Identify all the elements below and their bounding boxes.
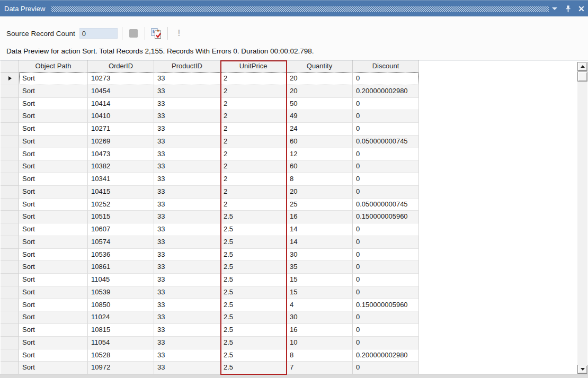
cell[interactable]: 15 [287,274,353,286]
cell[interactable]: 0 [353,249,419,262]
table-row[interactable]: Sort10850332.540.150000005960 [1,299,419,312]
cell[interactable]: 10972 [88,362,154,374]
cell[interactable]: 0 [353,186,419,199]
row-selector[interactable] [1,223,19,236]
scrollbar-thumb[interactable] [577,71,587,82]
column-header-object-path[interactable]: Object Path [19,60,88,73]
table-row[interactable]: Sort10271332240 [1,123,419,136]
table-row[interactable]: Sort10473332120 [1,148,419,161]
cell[interactable]: Sort [19,311,88,324]
pin-icon[interactable] [564,5,572,13]
table-row[interactable]: Sort10252332250.050000000745 [1,199,419,211]
cell[interactable]: 2.5 [220,311,287,324]
cell[interactable]: 10273 [88,73,154,85]
cell[interactable]: Sort [19,299,88,312]
cell[interactable]: 10382 [88,160,154,173]
cell[interactable]: 0 [353,160,419,173]
cell[interactable]: 2 [220,123,287,136]
cell[interactable]: 33 [154,98,220,111]
cell[interactable]: Sort [19,362,88,374]
cell[interactable]: 20 [287,73,353,85]
cell[interactable]: Sort [19,261,88,274]
cell[interactable]: Sort [19,349,88,362]
cell[interactable]: 33 [154,199,220,211]
cell[interactable]: Sort [19,110,88,123]
cell[interactable]: Sort [19,324,88,337]
row-selector[interactable] [1,160,19,173]
cell[interactable]: Sort [19,148,88,161]
cell[interactable]: Sort [19,186,88,199]
cell[interactable]: 35 [287,261,353,274]
row-selector[interactable] [1,324,19,337]
row-selector[interactable] [1,73,19,85]
cell[interactable]: 0 [353,261,419,274]
cell[interactable]: 11045 [88,274,154,286]
cell[interactable]: 33 [154,299,220,312]
cell[interactable]: Sort [19,136,88,148]
row-selector[interactable] [1,274,19,286]
errors-button[interactable]: ! [172,26,186,40]
cell[interactable]: 33 [154,173,220,186]
scroll-down-button[interactable] [577,365,587,374]
table-row[interactable]: Sort10415332200 [1,186,419,199]
table-row[interactable]: Sort10414332500 [1,98,419,111]
cell[interactable]: 10528 [88,349,154,362]
cell[interactable]: 33 [154,274,220,286]
cell[interactable]: 0.050000000745 [353,136,419,148]
cell[interactable]: Sort [19,286,88,299]
row-selector[interactable] [1,311,19,324]
table-row[interactable]: Sort10815332.5160 [1,324,419,337]
cell[interactable]: 0 [353,311,419,324]
close-icon[interactable] [577,5,585,13]
cell[interactable]: 0 [353,337,419,349]
cell[interactable]: 15 [287,286,353,299]
column-header-quantity[interactable]: Quantity [287,60,353,73]
row-selector[interactable] [1,148,19,161]
cell[interactable]: 2.5 [220,362,287,374]
column-header-productid[interactable]: ProductID [154,60,220,73]
cell[interactable]: 2.5 [220,274,287,286]
cell[interactable]: 10 [287,337,353,349]
cell[interactable]: 2.5 [220,286,287,299]
column-header-unitprice[interactable]: UnitPrice [220,60,287,73]
cell[interactable]: 0 [353,73,419,85]
cell[interactable]: Sort [19,274,88,286]
source-record-count-input[interactable] [79,28,118,39]
cell[interactable]: 10410 [88,110,154,123]
table-row[interactable]: Sort10410332490 [1,110,419,123]
cell[interactable]: 25 [287,199,353,211]
cell[interactable]: 2.5 [220,349,287,362]
cell[interactable]: Sort [19,160,88,173]
cell[interactable]: 4 [287,299,353,312]
row-selector[interactable] [1,211,19,223]
cell[interactable]: 33 [154,261,220,274]
cell[interactable]: 2 [220,73,287,85]
cell[interactable]: 16 [287,211,353,223]
column-header-discount[interactable]: Discount [353,60,419,73]
row-selector[interactable] [1,98,19,111]
cell[interactable]: 0 [353,274,419,286]
cell[interactable]: 2 [220,136,287,148]
row-selector[interactable] [1,199,19,211]
cell[interactable]: 33 [154,249,220,262]
cell[interactable]: 2 [220,98,287,111]
table-row[interactable]: Sort11054332.5100 [1,337,419,349]
cell[interactable]: 10539 [88,286,154,299]
row-selector[interactable] [1,299,19,312]
row-selector[interactable] [1,286,19,299]
row-selector[interactable] [1,337,19,349]
cell[interactable]: Sort [19,98,88,111]
cell[interactable]: 0.200000002980 [353,349,419,362]
cell[interactable]: 2.5 [220,236,287,249]
cell[interactable]: 2 [220,148,287,161]
table-row[interactable]: Sort10536332.5300 [1,249,419,262]
cell[interactable]: 0 [353,362,419,374]
cell[interactable]: 10473 [88,148,154,161]
cell[interactable]: 2 [220,173,287,186]
row-selector[interactable] [1,249,19,262]
cell[interactable]: 33 [154,286,220,299]
cell[interactable]: 60 [287,136,353,148]
cell[interactable]: 2.5 [220,261,287,274]
table-row[interactable]: Sort10574332.5140 [1,236,419,249]
cell[interactable]: 16 [287,324,353,337]
